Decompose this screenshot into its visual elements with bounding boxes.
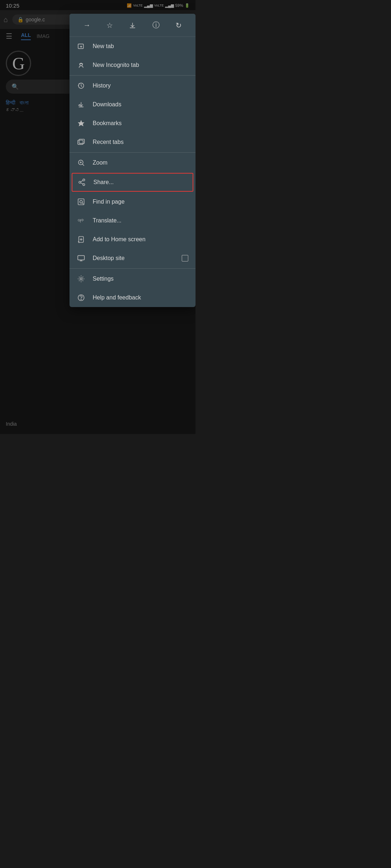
find-label: Find in page [93,199,188,205]
share-icon [77,178,86,187]
history-label: History [93,82,188,89]
menu-toolbar: → ☆ ⓘ ↻ [70,14,196,37]
svg-point-32 [80,278,82,280]
divider-2 [70,152,196,153]
info-button[interactable]: ⓘ [150,17,163,33]
svg-rect-29 [78,256,84,260]
svg-rect-9 [78,140,83,145]
svg-point-35 [81,299,81,299]
recent-tabs-icon [77,138,85,146]
share-label: Share... [93,179,188,186]
svg-point-21 [80,200,82,203]
svg-point-16 [79,181,81,183]
desktop-site-icon [77,254,85,263]
incognito-label: New Incognito tab [93,62,188,68]
dropdown-menu: → ☆ ⓘ ↻ New tab [70,14,196,307]
zoom-icon [77,158,85,167]
forward-button[interactable]: → [80,18,93,32]
translate-icon: G 中 [77,216,85,225]
divider-3 [70,268,196,269]
recent-tabs-label: Recent tabs [93,139,188,145]
incognito-icon [77,61,85,69]
history-icon [77,81,85,90]
menu-item-history[interactable]: History [70,76,196,95]
add-home-icon [77,235,85,244]
help-label: Help and feedback [93,294,188,301]
menu-item-zoom[interactable]: Zoom [70,153,196,172]
svg-line-22 [82,203,84,204]
menu-item-desktop-site[interactable]: Desktop site [70,249,196,268]
svg-line-19 [81,180,83,182]
new-tab-label: New tab [93,43,188,50]
settings-label: Settings [93,276,188,282]
svg-rect-10 [79,139,85,144]
svg-point-15 [83,179,85,181]
downloads-icon [77,100,85,109]
bookmarks-label: Bookmarks [93,120,188,127]
svg-line-12 [83,164,84,166]
menu-item-bookmarks[interactable]: Bookmarks [70,114,196,133]
svg-line-18 [81,183,83,184]
svg-point-33 [79,277,83,281]
menu-item-help[interactable]: Help and feedback [70,288,196,307]
bookmark-button[interactable]: ☆ [104,18,116,33]
menu-item-translate[interactable]: G 中 Translate... [70,211,196,230]
desktop-site-label: Desktop site [93,255,175,261]
menu-item-downloads[interactable]: Downloads [70,95,196,114]
menu-item-find[interactable]: Find in page [70,192,196,211]
settings-icon [77,275,85,283]
find-icon [77,197,85,206]
desktop-site-checkbox[interactable] [182,255,188,261]
refresh-button[interactable]: ↻ [173,18,185,33]
download-button[interactable] [126,18,139,32]
menu-item-recent-tabs[interactable]: Recent tabs [70,133,196,152]
svg-text:中: 中 [81,218,84,222]
zoom-label: Zoom [93,159,188,166]
menu-item-share[interactable]: Share... [72,173,193,192]
menu-item-add-home[interactable]: Add to Home screen [70,230,196,249]
divider-1 [70,75,196,76]
translate-label: Translate... [93,217,188,224]
svg-rect-0 [78,44,84,49]
menu-item-incognito[interactable]: New Incognito tab [70,56,196,75]
svg-text:G: G [78,218,80,222]
bookmarks-icon [77,119,85,128]
downloads-label: Downloads [93,101,188,108]
svg-point-17 [83,184,85,186]
svg-marker-8 [78,120,84,126]
help-icon [77,293,85,302]
menu-item-settings[interactable]: Settings [70,269,196,288]
new-tab-icon [77,42,85,51]
menu-item-new-tab[interactable]: New tab [70,37,196,56]
add-home-label: Add to Home screen [93,236,188,243]
